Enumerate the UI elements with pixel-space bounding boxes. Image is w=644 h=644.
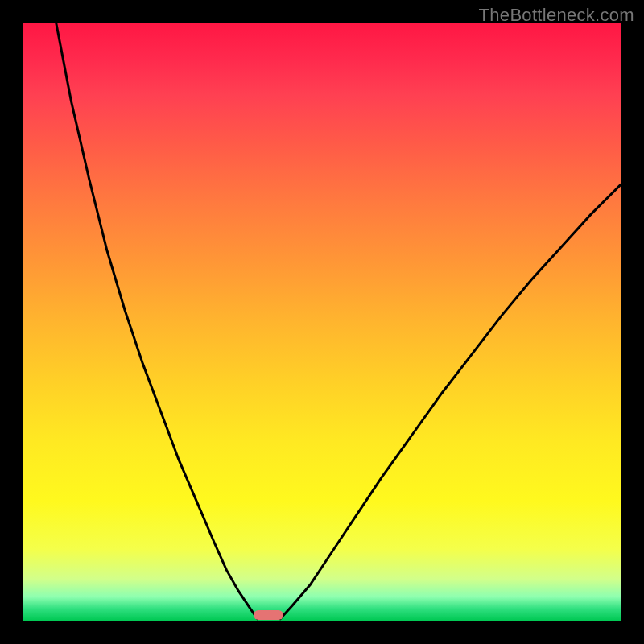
plot-area: [23, 23, 621, 621]
watermark-text: TheBottleneck.com: [479, 5, 634, 26]
bottleneck-curve: [23, 23, 621, 621]
bottleneck-marker: [254, 610, 283, 620]
chart-frame: TheBottleneck.com: [0, 0, 644, 644]
